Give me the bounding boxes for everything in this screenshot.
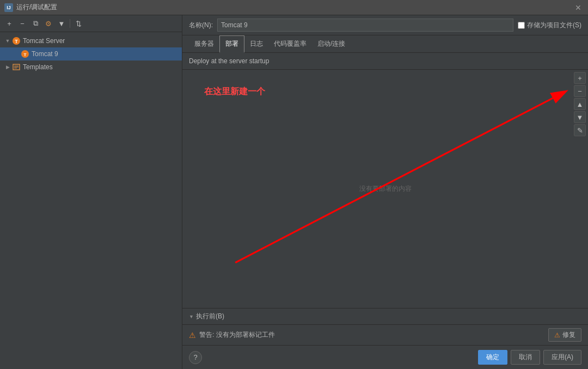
- tab-startup[interactable]: 启动/连接: [312, 36, 351, 53]
- remove-icon: −: [20, 20, 24, 28]
- add-config-button[interactable]: +: [3, 17, 15, 29]
- help-icon: ?: [193, 353, 197, 361]
- title-bar: IJ 运行/调试配置 ✕: [0, 0, 588, 15]
- deploy-panel: Deploy at the server startup 在这里新建一个 没有要…: [182, 53, 588, 345]
- app-icon: IJ: [4, 3, 13, 12]
- svg-text:T: T: [15, 39, 18, 44]
- settings-button[interactable]: ⚙: [42, 17, 54, 29]
- store-checkbox-input[interactable]: [518, 22, 525, 29]
- remove-config-button[interactable]: −: [16, 17, 28, 29]
- add-icon: +: [7, 20, 11, 28]
- tree-group-templates-label: Templates: [23, 63, 53, 71]
- before-exec-section: ▼ 执行前(B): [182, 308, 588, 324]
- deploy-up-button[interactable]: ▲: [574, 98, 586, 110]
- app-icon-text: IJ: [7, 5, 11, 10]
- tree-group-tomcat-label: Tomcat Server: [23, 37, 65, 45]
- dropdown-arrow-button[interactable]: ▼: [56, 17, 68, 29]
- warning-bar: ⚠ 警告: 没有为部署标记工件 ⚠ 修复: [182, 324, 588, 345]
- deploy-header-text: Deploy at the server startup: [189, 57, 269, 65]
- fix-btn-icon: ⚠: [554, 331, 560, 339]
- tree-item-tomcat9[interactable]: T Tomcat 9: [0, 47, 182, 61]
- toolbar-separator: [70, 19, 70, 28]
- deploy-down-icon: ▼: [577, 113, 584, 122]
- tabs-row: 服务器 部署 日志 代码覆盖率 启动/连接: [182, 35, 588, 53]
- deploy-remove-icon: −: [578, 87, 582, 95]
- sort-icon: ⇅: [76, 20, 82, 28]
- confirm-button[interactable]: 确定: [478, 350, 507, 365]
- apply-button[interactable]: 应用(A): [543, 350, 581, 365]
- svg-line-9: [235, 98, 553, 263]
- tab-coverage[interactable]: 代码覆盖率: [268, 36, 312, 53]
- store-as-project-file[interactable]: 存储为项目文件(S): [518, 21, 581, 30]
- tree-group-tomcat[interactable]: ▼ T Tomcat Server: [0, 34, 182, 47]
- right-panel: 名称(N): 存储为项目文件(S) 服务器 部署 日志 代码覆盖率 启动/连接: [182, 15, 588, 369]
- deploy-up-icon: ▲: [577, 100, 584, 108]
- deploy-remove-button[interactable]: −: [574, 85, 586, 97]
- tomcat-server-icon: T: [12, 37, 21, 45]
- sort-button[interactable]: ⇅: [72, 17, 84, 29]
- deploy-down-button[interactable]: ▼: [574, 111, 586, 123]
- dropdown-icon: ▼: [58, 20, 65, 28]
- help-button[interactable]: ?: [189, 351, 202, 364]
- warning-icon: ⚠: [189, 331, 196, 340]
- name-label: 名称(N):: [189, 21, 213, 30]
- tab-deploy[interactable]: 部署: [219, 35, 244, 53]
- warning-text: 警告: 没有为部署标记工件: [199, 330, 545, 340]
- tab-logs[interactable]: 日志: [244, 36, 268, 53]
- deploy-add-icon: +: [578, 74, 582, 82]
- title-bar-text: 运行/调试配置: [16, 3, 573, 12]
- deploy-content: 在这里新建一个 没有要部署的内容 +: [182, 70, 588, 308]
- tree-group-templates[interactable]: ▶ Templates: [0, 61, 182, 74]
- sidebar: + − ⧉ ⚙ ▼ ⇅ ▼: [0, 15, 182, 369]
- deploy-edit-icon: ✎: [577, 126, 583, 135]
- fix-btn-label: 修复: [562, 330, 575, 340]
- copy-config-button[interactable]: ⧉: [29, 17, 41, 29]
- deploy-edit-button[interactable]: ✎: [574, 124, 586, 136]
- tomcat9-icon: T: [21, 50, 29, 58]
- deploy-sidebar-buttons: + − ▲ ▼ ✎: [572, 70, 588, 138]
- templates-icon: [12, 63, 21, 71]
- before-exec-arrow-icon: ▼: [189, 314, 194, 319]
- bottom-bar: ? 确定 取消 应用(A): [182, 345, 588, 369]
- config-header: 名称(N): 存储为项目文件(S): [182, 15, 588, 35]
- tree-leaf-arrow: [13, 51, 20, 57]
- bottom-right-buttons: 确定 取消 应用(A): [478, 350, 581, 365]
- sidebar-tree: ▼ T Tomcat Server T: [0, 32, 182, 369]
- before-exec-header[interactable]: ▼ 执行前(B): [189, 312, 581, 321]
- settings-icon: ⚙: [45, 20, 52, 28]
- deploy-empty-text: 没有要部署的内容: [359, 184, 412, 193]
- tab-server[interactable]: 服务器: [189, 36, 219, 53]
- tree-expand-tomcat: ▼: [4, 38, 11, 44]
- main-container: + − ⧉ ⚙ ▼ ⇅ ▼: [0, 15, 588, 369]
- sidebar-toolbar: + − ⧉ ⚙ ▼ ⇅: [0, 15, 182, 32]
- svg-text:T: T: [24, 52, 27, 57]
- cancel-button[interactable]: 取消: [511, 350, 540, 365]
- close-button[interactable]: ✕: [573, 3, 584, 12]
- deploy-add-button[interactable]: +: [574, 72, 586, 84]
- store-checkbox-label: 存储为项目文件(S): [527, 21, 581, 30]
- fix-button[interactable]: ⚠ 修复: [548, 328, 581, 342]
- config-name-input[interactable]: [217, 19, 513, 32]
- deploy-header: Deploy at the server startup: [182, 53, 588, 70]
- copy-icon: ⧉: [33, 19, 38, 28]
- annotation-text: 在这里新建一个: [204, 86, 265, 98]
- tree-expand-templates: ▶: [4, 64, 11, 70]
- tree-item-tomcat9-label: Tomcat 9: [32, 50, 58, 58]
- before-exec-label: 执行前(B): [196, 312, 224, 321]
